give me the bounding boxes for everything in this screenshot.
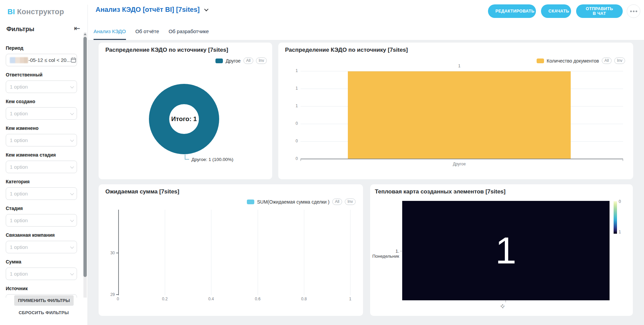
y-axis-tick: 1 xyxy=(285,86,298,91)
donut-callout-label: Другое: 1 (100.00%) xyxy=(191,157,233,162)
responsible-select[interactable]: 1 option xyxy=(6,80,77,93)
tab-bar: Анализ КЭДО Об отчёте Об разработчике xyxy=(88,19,644,40)
filter-label: Кем создано xyxy=(6,99,77,104)
x-axis-category-label: Другое xyxy=(348,162,571,166)
legend-label[interactable]: Количество документов xyxy=(547,58,599,64)
y-axis-tick: 29 xyxy=(103,292,115,297)
filter-label: Кем изменено xyxy=(6,125,77,131)
heatmap-col-tickmark xyxy=(506,300,506,302)
heatmap-col-label: 11 xyxy=(499,303,506,309)
stage-select[interactable]: 1 option xyxy=(6,214,77,227)
filter-responsible: Ответственный 1 option xyxy=(6,72,77,93)
legend-swatch[interactable] xyxy=(247,200,254,204)
chevron-down-icon xyxy=(204,7,209,11)
edit-button[interactable]: РЕДАКТИРОВАТЬ xyxy=(488,4,536,18)
chevron-down-icon xyxy=(70,271,74,275)
legend-label[interactable]: SUM(Ожидаемая сумма сделки ) xyxy=(257,199,329,205)
legend-all-button[interactable]: All xyxy=(243,57,253,64)
y-axis-line xyxy=(118,210,119,295)
gridline xyxy=(211,210,211,295)
colorbar-max-label: 1 xyxy=(619,230,621,234)
send-to-chat-button[interactable]: ОТПРАВИТЬ В ЧАТ xyxy=(576,4,623,18)
x-axis-tick: 0 xyxy=(111,297,125,301)
filter-label: Сумма xyxy=(6,259,77,264)
y-axis-tickmark xyxy=(116,294,118,295)
apply-filters-button[interactable]: ПРИМЕНИТЬ ФИЛЬТРЫ xyxy=(14,295,74,306)
category-select[interactable]: 1 option xyxy=(6,187,77,200)
heatmap-cell: 1 xyxy=(402,201,610,300)
logo-bi: BI xyxy=(7,7,15,16)
app-logo: BIКонструктор xyxy=(7,7,64,16)
filter-category: Категория 1 option xyxy=(6,179,77,200)
filter-label: Ответственный xyxy=(6,72,77,77)
chevron-down-icon xyxy=(70,138,74,141)
period-date-input[interactable]: -05-12 ≤ col < 20... xyxy=(6,54,77,66)
y-axis-tick: 0 xyxy=(285,156,298,161)
filter-stage-modified-by: Кем изменена стадия 1 option xyxy=(6,152,77,173)
donut-hole: Итого: 1 xyxy=(169,104,199,134)
filter-modified-by: Кем изменено 1 option xyxy=(6,125,77,146)
report-title-dropdown[interactable]: Анализ КЭДО [отчёт BI] [7sites] xyxy=(96,6,207,14)
tab-about-report[interactable]: Об отчёте xyxy=(135,28,159,40)
more-options-button[interactable] xyxy=(627,4,640,18)
heatmap-row-tickmark xyxy=(400,251,402,251)
created-by-select[interactable]: 1 option xyxy=(6,107,77,120)
collapse-sidebar-icon[interactable]: ⇤ xyxy=(74,25,80,32)
calendar-icon xyxy=(71,57,76,63)
y-axis-tick: 1 xyxy=(285,103,298,108)
filter-related-company: Связанная компания 1 option xyxy=(6,232,77,253)
tab-analysis-kedo[interactable]: Анализ КЭДО xyxy=(94,28,126,40)
filter-label: Категория xyxy=(6,179,77,184)
chart-title: Тепловая карта созданных элементов [7sit… xyxy=(375,188,506,195)
related-company-select[interactable]: 1 option xyxy=(6,241,77,253)
bar-другое xyxy=(348,71,571,159)
line-chart-card: Ожидаемая сумма [7sites] SUM(Ожидаемая с… xyxy=(99,184,363,316)
legend-all-button[interactable]: All xyxy=(602,57,612,64)
heatmap-cell-value: 1 xyxy=(495,232,516,270)
reset-filters-button[interactable]: СБРОСИТЬ ФИЛЬТРЫ xyxy=(0,310,87,315)
legend-inv-button[interactable]: Inv xyxy=(256,57,267,64)
filter-label: Стадия xyxy=(6,206,77,211)
chart-legend: Количество документов All Inv xyxy=(537,57,625,64)
scrollbar-up-arrow-icon[interactable] xyxy=(84,33,86,35)
legend-all-button[interactable]: All xyxy=(332,199,342,205)
chart-title: Распределение КЭДО по источнику [7sites] xyxy=(105,47,228,53)
stage-modified-by-select[interactable]: 1 option xyxy=(6,161,77,173)
filter-label: Источник xyxy=(6,286,77,291)
chevron-down-icon xyxy=(70,111,74,115)
bar-value-label: 1 xyxy=(348,64,571,68)
bar-chart-card: Распределение КЭДО по источнику [7sites]… xyxy=(278,43,633,179)
gridline xyxy=(258,210,258,295)
legend-inv-button[interactable]: Inv xyxy=(614,57,625,64)
chevron-down-icon xyxy=(70,218,74,222)
y-axis-tick: 30 xyxy=(103,251,115,255)
filter-stage: Стадия 1 option xyxy=(6,206,77,227)
download-button[interactable]: СКАЧАТЬ xyxy=(541,4,571,18)
legend-inv-button[interactable]: Inv xyxy=(345,199,356,205)
tab-about-developer[interactable]: Об разработчике xyxy=(169,28,209,40)
y-axis-tick: 0 xyxy=(285,139,298,143)
period-value: -05-12 ≤ col < 20... xyxy=(28,57,71,63)
x-axis-tickmark xyxy=(623,159,623,161)
x-axis-tick: 0.6 xyxy=(251,297,264,301)
amount-select[interactable]: 1 option xyxy=(6,268,77,280)
donut-total-label: Итого: 1 xyxy=(171,115,197,123)
app-window: BIКонструктор Анализ КЭДО [отчёт BI] [7s… xyxy=(0,0,644,325)
modified-by-select[interactable]: 1 option xyxy=(6,134,77,146)
legend-swatch[interactable] xyxy=(537,59,544,63)
chart-legend: Другое All Inv xyxy=(215,57,267,64)
legend-label[interactable]: Другое xyxy=(226,58,240,64)
report-title: Анализ КЭДО [отчёт BI] [7sites] xyxy=(96,6,200,14)
heatmap-colorbar xyxy=(614,201,617,234)
gridline xyxy=(350,210,351,295)
chevron-down-icon xyxy=(70,84,74,88)
filter-label: Кем изменена стадия xyxy=(6,152,77,158)
heatmap-card: Тепловая карта созданных элементов [7sit… xyxy=(370,184,633,316)
legend-swatch[interactable] xyxy=(215,59,223,63)
gridline xyxy=(165,210,165,295)
chart-legend: SUM(Ожидаемая сумма сделки ) All Inv xyxy=(247,199,356,205)
filters-list: Период -05-12 ≤ col < 20... Ответственны… xyxy=(0,34,81,325)
filter-created-by: Кем создано 1 option xyxy=(6,99,77,120)
sidebar-scrollbar-thumb[interactable] xyxy=(83,37,87,277)
x-axis-tick: 0.2 xyxy=(158,297,172,301)
